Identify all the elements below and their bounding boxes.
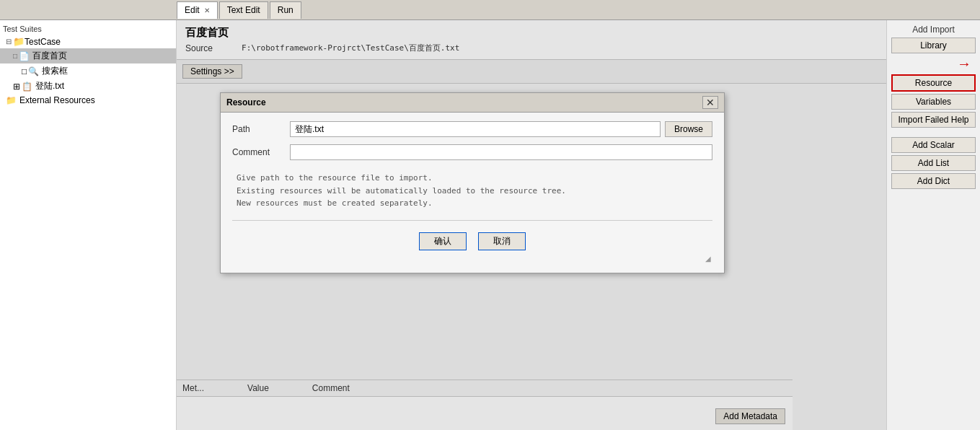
expand-icon-login: ⊞	[13, 82, 20, 92]
content-area: 百度首页 Source F:\robotframework-Projrct\Te…	[177, 20, 886, 430]
sidebar-title: Test Suites	[0, 23, 176, 35]
path-row: Path Browse	[232, 121, 712, 137]
arrow-container: →	[891, 56, 976, 72]
sidebar-item-login[interactable]: ⊞ 📋 登陆.txt	[0, 79, 176, 94]
confirm-button[interactable]: 确认	[419, 232, 467, 250]
browse-button[interactable]: Browse	[665, 121, 712, 137]
expand-icon-search: □	[22, 66, 27, 76]
tab-edit[interactable]: Edit ✕	[177, 1, 218, 19]
add-import-label: Add Import	[891, 25, 976, 35]
main-layout: Test Suites ⊟ 📁 TestCase □ 📄 百度首页 □ 🔍 搜索…	[0, 20, 980, 430]
resource-button[interactable]: Resource	[891, 74, 976, 92]
tab-run-label: Run	[278, 5, 293, 15]
tab-edit-label: Edit	[185, 5, 200, 15]
sidebar-item-testcase-label: TestCase	[25, 37, 61, 47]
comment-input[interactable]	[290, 144, 712, 160]
path-label: Path	[232, 124, 290, 134]
sidebar-item-login-label: 登陆.txt	[35, 80, 64, 92]
sidebar-item-searchbox-label: 搜索框	[42, 65, 68, 77]
expand-icon-baidu: □	[13, 52, 17, 60]
tab-run[interactable]: Run	[270, 1, 301, 19]
cancel-button[interactable]: 取消	[478, 232, 526, 250]
sidebar: Test Suites ⊟ 📁 TestCase □ 📄 百度首页 □ 🔍 搜索…	[0, 20, 177, 430]
sidebar-item-baidu[interactable]: □ 📄 百度首页	[0, 48, 176, 63]
file-icon-login: 📋	[22, 82, 32, 92]
dialog-titlebar: Resource ✕	[221, 93, 724, 113]
tab-edit-close[interactable]: ✕	[204, 6, 210, 14]
dialog-hint: Give path to the resource file to import…	[232, 167, 712, 214]
add-scalar-button[interactable]: Add Scalar	[891, 137, 976, 153]
sidebar-item-searchbox[interactable]: □ 🔍 搜索框	[0, 63, 176, 79]
sidebar-item-testcase[interactable]: ⊟ 📁 TestCase	[0, 35, 176, 48]
dialog-buttons: 确认 取消	[232, 227, 712, 253]
resize-handle[interactable]: ◢	[232, 253, 712, 264]
variables-button[interactable]: Variables	[891, 94, 976, 110]
file-icon-baidu: 📄	[19, 51, 30, 61]
dialog-title: Resource	[226, 97, 266, 108]
dialog-overlay: Resource ✕ Path Browse Comment	[177, 20, 886, 430]
add-dict-button[interactable]: Add Dict	[891, 173, 976, 189]
resource-dialog: Resource ✕ Path Browse Comment	[220, 92, 725, 273]
tab-text-edit[interactable]: Text Edit	[219, 1, 268, 19]
comment-label: Comment	[232, 147, 290, 157]
add-list-button[interactable]: Add List	[891, 155, 976, 171]
right-panel: Add Import Library → Resource Variables …	[886, 20, 980, 430]
import-failed-help-button[interactable]: Import Failed Help	[891, 112, 976, 128]
expand-icon: ⊟	[6, 38, 12, 45]
path-input[interactable]	[290, 121, 661, 137]
sidebar-item-baidu-label: 百度首页	[32, 50, 67, 62]
folder-icon: 📁	[13, 36, 25, 47]
library-button[interactable]: Library	[891, 38, 976, 53]
dialog-close-button[interactable]: ✕	[702, 96, 718, 109]
file-icon-search: 🔍	[28, 66, 39, 76]
dialog-separator	[232, 220, 712, 221]
comment-row: Comment	[232, 144, 712, 160]
tab-text-edit-label: Text Edit	[227, 5, 260, 15]
sidebar-item-external[interactable]: 📁 External Resources	[0, 94, 176, 107]
sidebar-item-external-label: External Resources	[19, 95, 95, 105]
variable-section: Add Scalar Add List Add Dict	[891, 137, 976, 191]
folder-icon-external: 📁	[6, 95, 17, 105]
arrow-icon: →	[957, 56, 971, 72]
dialog-content: Path Browse Comment Give path to the res…	[221, 113, 724, 273]
tab-bar: Edit ✕ Text Edit Run	[0, 0, 980, 20]
